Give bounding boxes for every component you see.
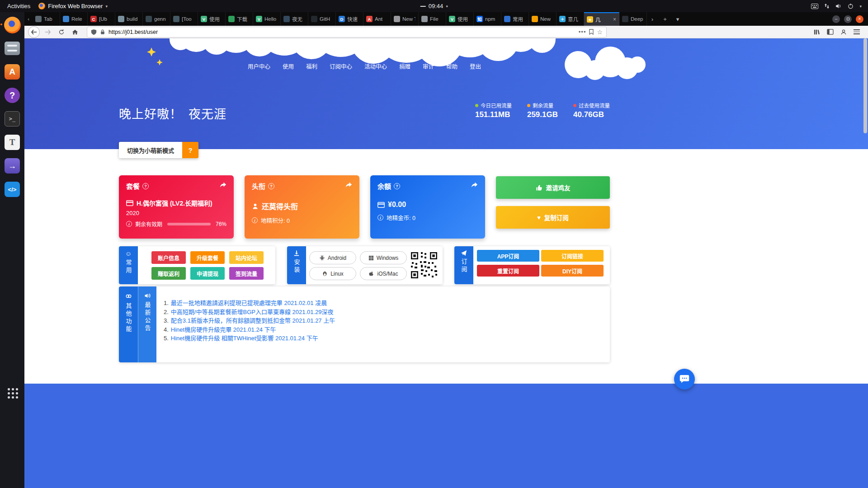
help-icon[interactable]: ? (182, 142, 198, 158)
browser-tab[interactable]: GitH (308, 12, 336, 26)
browser-tab[interactable]: VHello Vu (253, 12, 281, 26)
close-button[interactable]: × (856, 15, 863, 23)
app-menu[interactable]: Firefox Web Browser ▾ (38, 3, 108, 9)
announcement-link[interactable]: 最近一批地精邀請返利提現已提現處理完畢 2021.02.01 凌晨 (171, 299, 327, 308)
account-icon[interactable] (840, 29, 847, 35)
dock-terminal[interactable]: >_ (2, 109, 22, 129)
dock-vscode[interactable]: </> (2, 179, 22, 199)
browser-tab[interactable]: build (115, 12, 143, 26)
tab-common[interactable]: ☺ 常用 (119, 246, 138, 284)
bookmark-flag-icon[interactable] (589, 29, 594, 35)
dock-ubuntu-software[interactable]: A (2, 62, 22, 82)
nav-welfare[interactable]: 福利 (306, 62, 317, 70)
menu-button[interactable] (854, 29, 860, 34)
share-icon[interactable] (471, 182, 478, 190)
dock-firefox[interactable] (2, 15, 22, 35)
browser-tab[interactable]: 知npm (474, 12, 501, 26)
invite-button[interactable]: 邀请鸡友 (496, 176, 610, 199)
announcement-link[interactable]: Hinet機房硬件升級完畢 2021.01.24 下午 (171, 325, 276, 334)
reset-subscribe-button[interactable]: 重置订阅 (477, 265, 539, 277)
browser-tab[interactable]: Tab (33, 12, 60, 26)
browser-tab[interactable]: New Tab (391, 12, 419, 26)
account-info-button[interactable]: 账户信息 (151, 251, 186, 264)
diy-subscribe-button[interactable]: DIY订阅 (541, 265, 604, 277)
dock-files[interactable] (2, 38, 22, 58)
lock-icon[interactable] (100, 29, 105, 35)
power-icon[interactable] (848, 3, 854, 9)
question-icon[interactable]: ? (268, 183, 274, 189)
dock-help[interactable]: ? (2, 85, 22, 105)
nav-donate[interactable]: 捐赠 (399, 62, 410, 70)
checkin-button[interactable]: 签到流量 (229, 267, 264, 280)
maximize-button[interactable] (844, 15, 852, 23)
browser-tab[interactable]: V使用 (446, 12, 474, 26)
nav-activity-center[interactable]: 活动中心 (364, 62, 387, 70)
browser-tab[interactable]: Rele (60, 12, 88, 26)
page-actions-icon[interactable]: ••• (579, 28, 586, 35)
minimize-button[interactable]: – (832, 15, 840, 23)
browser-tab[interactable]: 夜无 (281, 12, 308, 26)
list-all-tabs-button[interactable]: ▾ (672, 12, 683, 26)
network-icon[interactable] (824, 3, 830, 9)
url-bar[interactable]: https://j01.best/user ••• ☆ (87, 27, 607, 38)
nav-help[interactable]: 帮助 (446, 62, 458, 70)
tab-scroll-right-button[interactable]: › (647, 12, 658, 26)
home-button[interactable] (70, 27, 80, 38)
upgrade-plan-button[interactable]: 升级套餐 (190, 251, 225, 264)
announcement-link[interactable]: 中高短期/中等長期套餐新增BGP入口華東專線 2021.01.29深夜 (171, 308, 334, 317)
browser-tab[interactable]: [Too (170, 12, 198, 26)
show-applications-button[interactable] (0, 383, 24, 403)
newbie-mode-toggle[interactable]: 切换为小萌新模式 ? (119, 142, 198, 158)
subscribe-link-button[interactable]: 订阅链接 (541, 250, 604, 262)
dock-text-editor[interactable]: T (2, 132, 22, 152)
forward-button[interactable] (42, 27, 53, 38)
earn-rebate-button[interactable]: 赚取返利 (151, 267, 186, 280)
browser-tab[interactable]: genn (143, 12, 170, 26)
browser-tab[interactable]: 常用 (501, 12, 529, 26)
announcement-link[interactable]: Hinet機房硬件升級 相關TWHinet受影響 2021.01.24 下午 (171, 334, 318, 343)
nav-user-center[interactable]: 用户中心 (248, 62, 270, 70)
keyboard-layout-icon[interactable] (811, 4, 818, 9)
browser-tab[interactable]: New (529, 12, 557, 26)
volume-icon[interactable] (835, 3, 842, 9)
question-icon[interactable]: ? (142, 183, 149, 189)
tab-other-functions[interactable]: 其他功能 (119, 286, 138, 362)
back-button[interactable] (28, 26, 40, 38)
browser-tab[interactable]: C[Ub (88, 12, 115, 26)
app-subscribe-button[interactable]: APP订阅 (477, 250, 539, 262)
system-tray[interactable]: ▾ (811, 3, 868, 9)
browser-tab[interactable]: AAnt (363, 12, 391, 26)
tab-subscribe[interactable]: 订阅 (454, 246, 473, 284)
share-icon[interactable] (219, 182, 226, 190)
library-icon[interactable] (813, 29, 820, 35)
sidebar-icon[interactable] (827, 29, 834, 35)
nav-subscription-center[interactable]: 订阅中心 (330, 62, 352, 70)
tracking-protection-icon[interactable] (91, 29, 97, 35)
ios-mac-button[interactable]: iOS/Mac (360, 267, 407, 280)
tray-chevron-icon[interactable]: ▾ (859, 4, 862, 9)
nav-usage[interactable]: 使用 (283, 62, 294, 70)
browser-tab[interactable]: D快速 (336, 12, 363, 26)
copy-subscription-button[interactable]: ♥ 复制订阅 (496, 206, 610, 229)
forum-button[interactable]: 站内论坛 (229, 251, 264, 264)
clock[interactable]: 09:44 (420, 3, 448, 9)
new-tab-button[interactable]: + (660, 12, 670, 26)
reload-button[interactable] (56, 27, 67, 38)
tab-scroll-left-button[interactable]: ‹ (24, 12, 33, 26)
bookmark-star-icon[interactable]: ☆ (597, 28, 603, 36)
browser-tab[interactable]: Deep (619, 12, 647, 26)
linux-button[interactable]: Linux (309, 267, 356, 280)
dock-remote-app[interactable]: → (2, 156, 22, 176)
tab-install[interactable]: 安装 (287, 246, 306, 284)
withdraw-button[interactable]: 申请提现 (190, 267, 225, 280)
activities-button[interactable]: Activities (5, 3, 32, 9)
browser-tab[interactable]: 下载 (226, 12, 253, 26)
android-button[interactable]: Android (309, 251, 356, 264)
tab-close-button[interactable]: × (613, 16, 616, 23)
nav-audit[interactable]: 审计 (423, 62, 434, 70)
chat-button[interactable] (674, 369, 695, 389)
browser-tab[interactable]: ✈意几 (557, 12, 584, 26)
scrollbar[interactable] (863, 38, 867, 133)
question-icon[interactable]: ? (394, 183, 400, 189)
share-icon[interactable] (345, 182, 352, 190)
